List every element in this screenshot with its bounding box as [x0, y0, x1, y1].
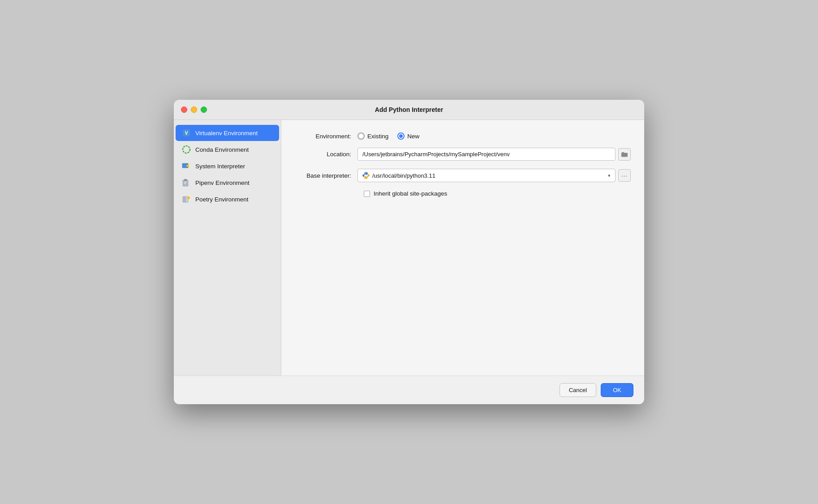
sidebar-item-virtualenv-label: Virtualenv Environment: [195, 130, 258, 137]
svg-point-2: [183, 146, 190, 153]
sidebar: V Virtualenv Environment Conda Environme…: [174, 120, 281, 376]
new-radio[interactable]: [397, 132, 405, 140]
maximize-button[interactable]: [201, 107, 207, 113]
dialog-footer: Cancel OK: [174, 376, 644, 404]
inherit-row: Inherit global site-packages: [364, 190, 631, 197]
sidebar-item-system-label: System Interpreter: [195, 163, 245, 170]
sidebar-item-virtualenv[interactable]: V Virtualenv Environment: [176, 125, 279, 141]
pipenv-icon: [182, 178, 191, 187]
existing-radio[interactable]: [357, 132, 365, 140]
inherit-checkbox-row: Inherit global site-packages: [364, 190, 447, 197]
virtualenv-icon: V: [182, 128, 191, 137]
dialog-title: Add Python Interpreter: [375, 106, 443, 113]
new-label: New: [407, 133, 419, 140]
python-small-icon: [362, 172, 370, 179]
sidebar-item-poetry-label: Poetry Environment: [195, 196, 249, 203]
base-interpreter-label: Base interpreter:: [295, 172, 357, 179]
svg-rect-5: [183, 180, 188, 186]
dialog-body: V Virtualenv Environment Conda Environme…: [174, 120, 644, 376]
add-python-interpreter-dialog: Add Python Interpreter V Virtualenv Envi…: [174, 100, 644, 404]
title-bar: Add Python Interpreter: [174, 100, 644, 120]
environment-row: Environment: Existing New: [295, 132, 631, 140]
inherit-checkbox[interactable]: [364, 191, 370, 197]
sidebar-item-pipenv-label: Pipenv Environment: [195, 179, 250, 186]
existing-label: Existing: [367, 133, 388, 140]
conda-icon: [182, 145, 191, 154]
ellipsis-icon: ···: [621, 172, 628, 179]
location-row: Location:: [295, 148, 631, 161]
system-icon: [182, 162, 191, 171]
svg-rect-6: [184, 179, 187, 181]
minimize-button[interactable]: [191, 107, 197, 113]
traffic-lights: [181, 107, 207, 113]
main-content: Environment: Existing New Location:: [281, 120, 644, 376]
base-interpreter-row: Base interpreter:: [295, 169, 631, 182]
environment-label: Environment:: [295, 133, 357, 140]
interpreter-more-button[interactable]: ···: [618, 169, 631, 182]
new-option[interactable]: New: [397, 132, 419, 140]
browse-folder-button[interactable]: [618, 148, 631, 161]
inherit-label[interactable]: Inherit global site-packages: [374, 190, 447, 197]
sidebar-item-conda[interactable]: Conda Environment: [176, 141, 279, 158]
folder-icon: [621, 152, 628, 157]
chevron-down-icon: ▾: [608, 173, 611, 179]
svg-point-12: [188, 197, 189, 199]
ok-button[interactable]: OK: [601, 383, 633, 397]
poetry-icon: [182, 195, 191, 204]
interpreter-select-left: /usr/local/bin/python3.11: [362, 172, 435, 179]
sidebar-item-pipenv[interactable]: Pipenv Environment: [176, 175, 279, 191]
sidebar-item-conda-label: Conda Environment: [195, 146, 249, 153]
location-input[interactable]: [357, 148, 616, 161]
interpreter-select-wrapper: /usr/local/bin/python3.11 ▾ ···: [357, 169, 631, 182]
interpreter-path: /usr/local/bin/python3.11: [372, 172, 435, 179]
existing-option[interactable]: Existing: [357, 132, 388, 140]
close-button[interactable]: [181, 107, 187, 113]
interpreter-select[interactable]: /usr/local/bin/python3.11 ▾: [357, 169, 616, 182]
environment-radio-group: Existing New: [357, 132, 419, 140]
svg-text:V: V: [185, 131, 188, 136]
sidebar-item-system[interactable]: System Interpreter: [176, 158, 279, 174]
location-label: Location:: [295, 151, 357, 158]
location-input-wrapper: [357, 148, 631, 161]
svg-point-13: [365, 173, 366, 174]
cancel-button[interactable]: Cancel: [560, 383, 596, 397]
svg-point-14: [366, 177, 367, 178]
sidebar-item-poetry[interactable]: Poetry Environment: [176, 191, 279, 207]
